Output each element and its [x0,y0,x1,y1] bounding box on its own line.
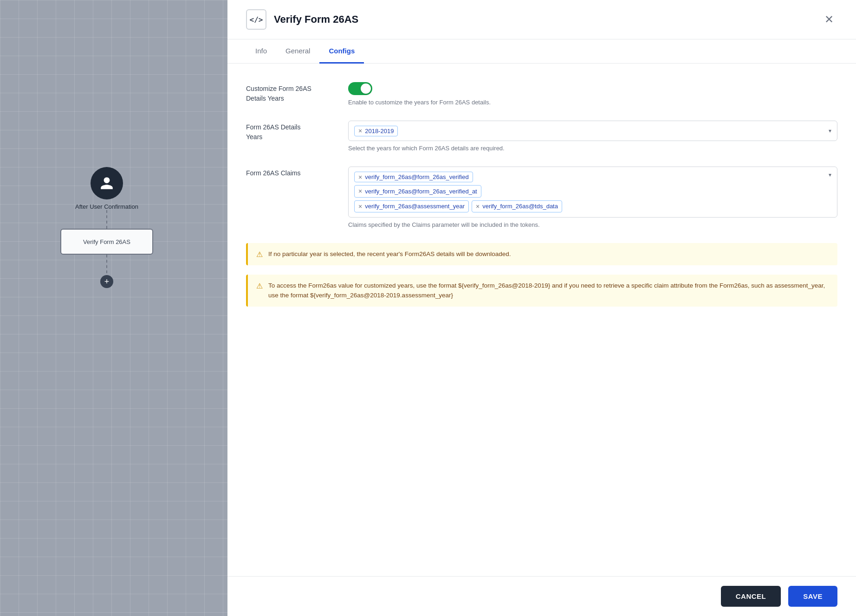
claims-hint: Claims specified by the Claims parameter… [348,221,837,228]
warning-icon-1: ⚠ [256,250,263,259]
claims-tags-row2: × verify_form_26as@form_26as_verified_at [354,185,831,198]
warning-box-1: ⚠ If no particular year is selected, the… [246,243,837,265]
years-tags-container: × 2018-2019 [354,126,825,136]
years-multiselect[interactable]: × 2018-2019 ▾ [348,121,837,141]
years-control: × 2018-2019 ▾ Select the years for which… [348,121,837,152]
toggle-knob [361,83,371,94]
form-row-customize: Customize Form 26ASDetails Years Enable … [246,82,837,106]
task-node[interactable]: Verify Form 26AS [60,229,153,255]
panel-header-left: </> Verify Form 26AS [246,9,358,30]
claim-tag-1: × verify_form_26as@form_26as_verified_at [354,185,481,198]
user-icon [99,176,114,191]
claim-tag-remove-1[interactable]: × [358,188,362,194]
years-dropdown-arrow: ▾ [829,128,831,134]
claim-tag-3: × verify_form_26as@tds_data [472,200,562,213]
panel-header: </> Verify Form 26AS ✕ [227,0,856,39]
save-button[interactable]: SAVE [788,586,837,607]
years-label: Form 26AS DetailsYears [246,121,348,142]
claim-tag-2: × verify_form_26as@assessment_year [354,200,469,213]
cancel-button[interactable]: CANCEL [721,586,781,607]
claims-label: Form 26AS Claims [246,167,348,178]
claim-tag-0: × verify_form_26as@form_26as_verified [354,172,473,182]
code-icon: </> [250,15,263,24]
tab-info[interactable]: Info [246,39,276,64]
flow-diagram: After User Confirmation Verify Form 26AS… [60,167,153,288]
claims-header-row: × verify_form_26as@form_26as_verified ▾ [354,172,831,182]
warning-icon-2: ⚠ [256,282,263,290]
year-tag-value: 2018-2019 [365,128,394,135]
code-icon-button[interactable]: </> [246,9,266,30]
claims-tags-area: × verify_form_26as@form_26as_verified [354,172,825,182]
customize-hint: Enable to customize the years for Form 2… [348,99,837,106]
task-node-label: Verify Form 26AS [83,238,130,245]
claim-tag-remove-2[interactable]: × [358,203,362,210]
close-icon: ✕ [824,13,834,26]
connector-line-top [106,210,107,229]
claim-tag-value-3: verify_form_26as@tds_data [482,203,558,210]
customize-toggle[interactable] [348,82,372,95]
claim-tag-value-0: verify_form_26as@form_26as_verified [365,173,468,180]
warning-text-1: If no particular year is selected, the r… [268,250,511,259]
add-node-button[interactable]: + [100,275,113,288]
close-button[interactable]: ✕ [821,11,837,28]
form-row-claims: Form 26AS Claims × verify_form_26as@form… [246,167,837,228]
panel-footer: CANCEL SAVE [227,576,856,616]
config-panel: </> Verify Form 26AS ✕ Info General Conf… [227,0,856,616]
panel-title: Verify Form 26AS [274,13,358,26]
tab-bar: Info General Configs [227,39,856,64]
claim-tag-value-2: verify_form_26as@assessment_year [365,203,465,210]
user-node [91,167,123,199]
claims-tags-row3: × verify_form_26as@assessment_year × ver… [354,200,831,213]
warning-text-2: To access the Form26as value for customi… [268,281,829,300]
tab-configs[interactable]: Configs [319,39,364,64]
canvas-background [0,0,227,616]
claims-control: × verify_form_26as@form_26as_verified ▾ … [348,167,837,228]
user-node-label: After User Confirmation [75,203,138,210]
warning-box-2: ⚠ To access the Form26as value for custo… [246,275,837,307]
claims-multiselect[interactable]: × verify_form_26as@form_26as_verified ▾ … [348,167,837,218]
form-row-years: Form 26AS DetailsYears × 2018-2019 ▾ Sel… [246,121,837,152]
claim-tag-remove-3[interactable]: × [476,203,480,210]
year-tag-2018-2019: × 2018-2019 [354,126,398,136]
claim-tag-value-1: verify_form_26as@form_26as_verified_at [365,188,477,195]
years-hint: Select the years for which Form 26AS det… [348,145,837,152]
panel-content: Customize Form 26ASDetails Years Enable … [227,64,856,576]
claims-dropdown-arrow: ▾ [829,172,831,178]
customize-control: Enable to customize the years for Form 2… [348,82,837,106]
tab-general[interactable]: General [276,39,319,64]
year-tag-remove[interactable]: × [358,128,362,134]
connector-line-bottom [106,255,107,273]
claim-tag-remove-0[interactable]: × [358,174,362,180]
customize-label: Customize Form 26ASDetails Years [246,82,348,103]
